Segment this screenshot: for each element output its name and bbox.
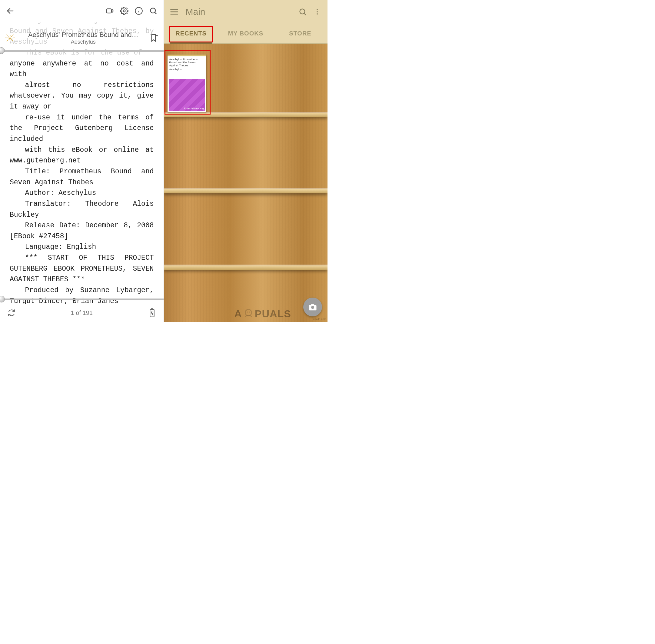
book-cover-author: Aeschylus [167,68,206,71]
library-pane: Main RECENTS MY BOOKS STORE Aeschylus' P… [164,0,328,322]
tab-store[interactable]: STORE [273,24,327,43]
body-line: Translator: Theodore Alois Buckley [10,199,154,220]
watermark-url: wsxdn.com [313,318,326,321]
book-cover-title: Aeschylus' Prometheus Bound and the Seve… [167,56,206,68]
shelf-ledge [164,113,328,117]
search-button[interactable] [146,4,161,18]
svg-line-16 [13,34,13,35]
faint-line: This eBook is for the use of [10,48,154,59]
watermark-text: PUALS [255,308,291,320]
body-line: with this eBook or online at www.gutenbe… [10,145,154,166]
svg-line-15 [7,41,7,41]
tts-button[interactable] [102,4,117,18]
shelf-ledge [164,189,328,193]
book-cover-art: Project Gutenberg [169,79,205,111]
info-button[interactable] [132,4,146,18]
menu-button[interactable] [167,4,182,19]
book-item[interactable]: Aeschylus' Prometheus Bound and the Seve… [167,54,206,112]
svg-point-30 [311,306,314,309]
library-header: Main [164,0,328,24]
bottom-divider[interactable] [0,299,164,300]
watermark-logo: A PUALS [234,307,291,320]
page-indicator: 1 of 191 [17,309,147,316]
settings-button[interactable] [117,4,132,18]
svg-point-29 [317,13,318,15]
svg-line-26 [304,13,306,15]
library-tabs: RECENTS MY BOOKS STORE [164,24,328,44]
svg-point-32 [247,312,248,313]
top-divider[interactable] [0,50,164,52]
svg-point-31 [245,309,252,316]
tab-recents[interactable]: RECENTS [164,24,218,43]
body-line: *** START OF THIS PROJECT GUTENBERG EBOO… [10,253,154,285]
svg-point-25 [300,9,305,14]
svg-line-13 [7,34,7,35]
book-author: Aeschylus [19,39,147,45]
reader-footer: 1 of 191 [0,304,164,322]
svg-point-2 [123,10,125,12]
svg-rect-21 [151,308,153,309]
library-search-button[interactable] [296,4,310,19]
body-line: Language: English [10,242,154,253]
brightness-icon[interactable]: A [4,31,16,44]
reader-title-bar: A Aeschylus' Prometheus Bound and… Aesch… [0,27,164,48]
library-title: Main [186,7,296,17]
body-line: anyone anywhere at no cost and with [10,59,154,80]
book-publisher: Project Gutenberg [184,107,204,110]
svg-rect-1 [106,9,111,13]
body-line: Title: Prometheus Bound and Seven Agains… [10,166,154,188]
tab-mybooks[interactable]: MY BOOKS [218,24,273,43]
svg-text:A: A [9,37,11,40]
body-line: Author: Aeschylus [10,188,154,199]
mascot-icon [242,307,255,320]
watermark-text: A [234,308,242,320]
book-title: Aeschylus' Prometheus Bound and… [19,31,147,39]
reader-pane: Project Gutenberg's Prometheus Bound and… [0,0,164,322]
body-line: re-use it under the terms of the Project… [10,112,154,145]
reader-toolbar [0,0,164,22]
svg-line-14 [13,41,13,41]
svg-point-27 [317,9,318,10]
svg-point-6 [150,8,155,13]
body-line: almost no restrictions whatsoever. You m… [10,80,154,112]
overflow-menu-button[interactable] [310,4,325,19]
svg-line-7 [155,13,156,14]
camera-fab[interactable] [303,298,322,316]
sync-button[interactable] [6,307,17,318]
bookmark-button[interactable] [147,31,160,44]
back-button[interactable] [3,4,18,18]
svg-point-33 [249,312,250,313]
bookshelf[interactable]: Aeschylus' Prometheus Bound and the Seve… [164,44,328,322]
body-line: Release Date: December 8, 2008 [EBook #2… [10,220,154,242]
svg-point-28 [317,11,318,13]
shelf-ledge [164,266,328,270]
battery-icon [147,307,158,318]
